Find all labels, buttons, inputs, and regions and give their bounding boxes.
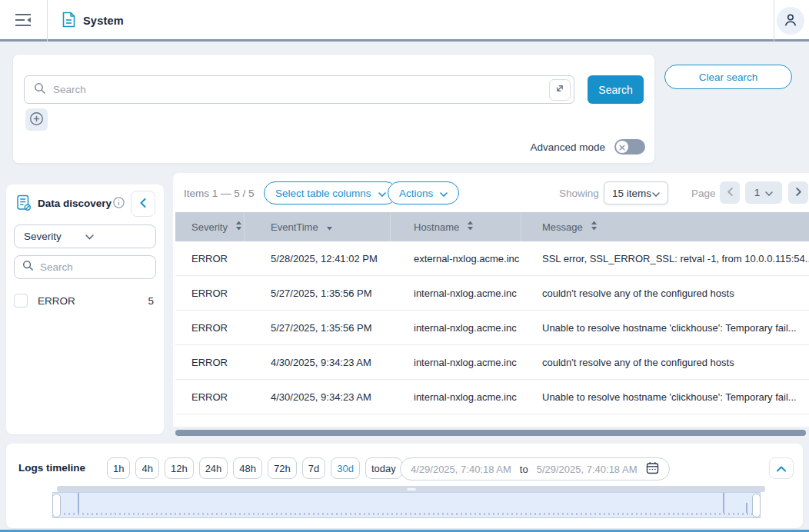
column-header-message[interactable]: Message <box>521 212 809 241</box>
app-root: System <box>0 0 809 532</box>
select-columns-label: Select table columns <box>275 188 371 199</box>
clear-search-button[interactable]: Clear search <box>664 65 792 89</box>
column-label: Message <box>542 221 583 233</box>
table-row[interactable]: ERROR 5/27/2025, 1:35:56 PM internal-nxl… <box>175 311 809 345</box>
header-divider-left <box>47 0 48 42</box>
brush-handle-left[interactable] <box>52 494 61 517</box>
date-to: 5/29/2025, 7:40:18 AM <box>537 464 638 475</box>
cell-hostname: internal-nxlog.acme.inc <box>391 322 521 334</box>
page-number-value: 1 <box>754 187 761 198</box>
column-header-eventtime[interactable]: EventTime <box>245 212 391 241</box>
range-today[interactable]: today <box>365 457 402 479</box>
advanced-mode-toggle[interactable] <box>614 139 645 155</box>
cell-severity: ERROR <box>175 253 245 264</box>
column-header-hostname[interactable]: Hostname <box>391 212 521 241</box>
actions-label: Actions <box>399 188 433 199</box>
add-filter-button[interactable] <box>25 108 48 131</box>
chevron-up-icon <box>777 463 786 474</box>
user-avatar-button[interactable] <box>777 7 804 35</box>
column-label: Severity <box>191 221 228 233</box>
logs-timeline-title: Logs timeline <box>18 462 85 474</box>
range-1h[interactable]: 1h <box>107 457 130 479</box>
cell-message: couldn't resolve any of the configured h… <box>521 288 809 299</box>
plus-circle-icon <box>29 111 44 128</box>
sort-icon <box>591 221 598 233</box>
date-to-label: to <box>520 464 528 475</box>
select-columns-button[interactable]: Select table columns <box>264 181 398 204</box>
chevron-down-icon <box>85 231 147 242</box>
cell-hostname: internal-nxlog.acme.inc <box>391 391 521 403</box>
items-count: Items 1 — 5 / 5 <box>184 188 255 199</box>
advanced-mode-label: Advanced mode <box>530 141 605 153</box>
chevron-left-icon <box>727 187 733 198</box>
cell-severity: ERROR <box>175 288 245 299</box>
timeline-overview-strip[interactable] <box>57 486 765 492</box>
collapse-timeline-button[interactable] <box>769 457 794 479</box>
page-size-select[interactable]: 15 items <box>604 181 668 204</box>
sort-icon <box>235 221 242 233</box>
actions-button[interactable]: Actions <box>388 181 459 204</box>
table-row[interactable]: ERROR 5/27/2025, 1:35:56 PM internal-nxl… <box>175 276 809 311</box>
advanced-mode-row: Advanced mode <box>530 139 645 155</box>
date-range-picker[interactable]: 4/29/2025, 7:40:18 AM to 5/29/2025, 7:40… <box>400 457 670 480</box>
cell-severity: ERROR <box>175 357 245 368</box>
field-select-value: Severity <box>24 231 85 242</box>
range-24h[interactable]: 24h <box>199 457 228 479</box>
data-discovery-title: Data discovery <box>38 198 112 209</box>
facet-row-error[interactable]: ERROR 5 <box>14 291 156 310</box>
logs-timeline-chart <box>52 486 765 523</box>
table-row[interactable]: ERROR 4/30/2025, 9:34:23 AM internal-nxl… <box>175 345 809 380</box>
range-4h[interactable]: 4h <box>135 457 158 479</box>
column-label: Hostname <box>414 221 459 233</box>
showing-label: Showing <box>559 188 599 199</box>
brush-handle-right[interactable] <box>752 494 761 517</box>
sort-desc-icon <box>326 221 333 233</box>
range-7d[interactable]: 7d <box>302 457 325 479</box>
search-icon <box>34 82 46 98</box>
page-label: Page <box>691 188 716 199</box>
range-72h[interactable]: 72h <box>268 457 297 479</box>
range-buttons: 1h 4h 12h 24h 48h 72h 7d 30d today <box>107 457 402 479</box>
range-48h[interactable]: 48h <box>233 457 262 479</box>
column-header-severity[interactable]: Severity <box>175 212 245 241</box>
prev-page-button[interactable] <box>720 181 740 204</box>
range-12h[interactable]: 12h <box>165 457 194 479</box>
horizontal-scrollbar[interactable] <box>175 430 806 436</box>
next-page-button[interactable] <box>788 181 808 204</box>
search-input[interactable] <box>53 84 542 95</box>
expand-icon <box>554 83 565 96</box>
cell-hostname: internal-nxlog.acme.inc <box>391 288 521 299</box>
strip-drag-handle <box>407 488 416 490</box>
facet-search-input[interactable] <box>40 261 148 273</box>
x-icon <box>619 140 625 154</box>
data-discovery-icon <box>16 195 32 214</box>
field-select[interactable]: Severity <box>14 224 156 248</box>
table-header-row: Severity EventTime Hostname Message <box>175 212 809 241</box>
table-row[interactable]: ERROR 4/30/2025, 9:34:23 AM internal-nxl… <box>175 380 809 414</box>
page-title: System <box>83 15 124 27</box>
cell-severity: ERROR <box>175 391 245 403</box>
page-number-select[interactable]: 1 <box>745 181 782 204</box>
sidebar-toggle-button[interactable] <box>11 10 35 32</box>
timeline-brush-area[interactable] <box>52 492 761 518</box>
range-30d[interactable]: 30d <box>331 457 360 479</box>
cell-message: Unable to resolve hostname 'clickhouse':… <box>521 391 809 403</box>
search-button[interactable]: Search <box>588 75 644 104</box>
cell-eventtime: 5/28/2025, 12:41:02 PM <box>245 253 391 264</box>
chevron-down-icon <box>765 187 773 198</box>
chevron-left-icon <box>140 198 146 210</box>
user-icon <box>783 12 798 30</box>
results-panel: Items 1 — 5 / 5 Select table columns Act… <box>173 173 809 427</box>
page-size-value: 15 items <box>612 188 651 199</box>
toggle-knob <box>616 141 628 153</box>
search-panel: Search Advanced mode <box>12 54 655 164</box>
document-icon <box>62 12 76 31</box>
event-spike <box>78 493 79 513</box>
table-row[interactable]: ERROR 5/28/2025, 12:41:02 PM external-nx… <box>175 241 809 276</box>
facet-checkbox[interactable] <box>14 294 28 308</box>
expand-search-button[interactable] <box>549 79 571 101</box>
info-icon[interactable] <box>113 197 125 211</box>
event-spike <box>723 493 724 513</box>
collapse-sidebar-button[interactable] <box>131 191 155 217</box>
data-discovery-panel: Data discovery Severity ERROR 5 <box>6 185 164 434</box>
